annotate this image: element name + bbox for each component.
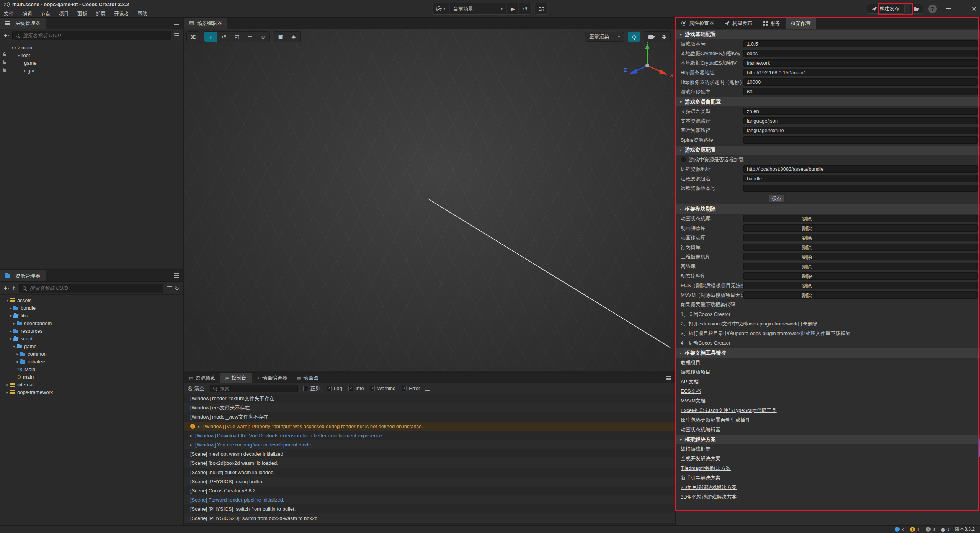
panel-menu-icon[interactable]: [666, 376, 671, 380]
expand-chevron-icon[interactable]: ▸: [198, 424, 200, 428]
property-input[interactable]: [743, 127, 978, 134]
tree-chevron-icon[interactable]: [16, 53, 21, 57]
remove-module-button[interactable]: 剔除: [802, 263, 812, 270]
error-count[interactable]: ×0: [926, 527, 935, 532]
rotate-tool-button[interactable]: ↺: [217, 32, 230, 42]
clear-console-button[interactable]: 清空: [188, 385, 204, 392]
collapse-logs-icon[interactable]: [425, 387, 430, 391]
log-filter[interactable]: Log: [327, 385, 342, 392]
asset-node-row[interactable]: libs: [0, 312, 183, 319]
remove-module-button[interactable]: 剔除: [802, 273, 812, 280]
remove-module-button[interactable]: 剔除: [802, 234, 812, 242]
close-button[interactable]: ✕: [972, 6, 977, 12]
property-input[interactable]: [743, 78, 978, 86]
property-input[interactable]: [743, 59, 978, 67]
doc-link[interactable]: 游戏模板项目: [681, 369, 710, 376]
inspector-tab[interactable]: 框架配置: [786, 18, 816, 29]
doc-link[interactable]: 原生包热更新配置自动生成插件: [681, 417, 750, 423]
inspector-tab[interactable]: 构建发布: [719, 18, 758, 29]
remove-module-button[interactable]: 剔除: [802, 215, 812, 222]
asset-node-row[interactable]: internal: [0, 381, 183, 388]
menu-item[interactable]: 开发者: [114, 10, 129, 17]
scene-camera-button[interactable]: [644, 32, 657, 42]
log-filter[interactable]: 正则: [303, 385, 320, 392]
section-header-docs[interactable]: ▾框架文档工具链接: [676, 348, 980, 358]
hierarchy-tab[interactable]: 层级管理器: [0, 18, 46, 29]
menu-item[interactable]: 帮助: [137, 10, 147, 17]
log-row[interactable]: ! ▸ [Window] [Vue warn]: Property "onInp…: [184, 422, 675, 431]
console-tab[interactable]: ▦ 动画图: [292, 373, 323, 383]
panel-menu-icon[interactable]: [174, 21, 179, 25]
orientation-gizmo[interactable]: Y X Z: [619, 39, 675, 92]
coordinate-toggle-button[interactable]: ◈: [287, 32, 300, 42]
property-input[interactable]: [743, 69, 978, 76]
checkbox[interactable]: [327, 386, 332, 391]
create-node-button[interactable]: +▾: [4, 32, 9, 39]
property-input[interactable]: [743, 136, 978, 144]
expand-chevron-icon[interactable]: ▸: [190, 433, 192, 438]
checkbox[interactable]: [402, 386, 407, 391]
log-row[interactable]: ! ▸ [Window] render_texture文件夹不存在: [184, 394, 675, 403]
scene-select-dropdown[interactable]: 当前场景▾: [449, 3, 506, 14]
remove-module-button[interactable]: 剔除: [802, 253, 812, 261]
tree-chevron-icon[interactable]: [11, 321, 17, 325]
render-mode-dropdown[interactable]: 正常渲染▾: [585, 32, 624, 42]
log-row[interactable]: ! ▸ [Scene] Cocos Creator v3.8.2: [184, 486, 675, 495]
menu-item[interactable]: 节点: [41, 10, 51, 17]
checkbox[interactable]: [348, 386, 353, 391]
scrollbar-thumb[interactable]: [978, 439, 980, 457]
open-project-folder-button[interactable]: [910, 4, 923, 14]
tree-chevron-icon[interactable]: [11, 344, 17, 348]
notification-count[interactable]: 0: [941, 527, 949, 532]
hierarchy-node-row[interactable]: gui: [0, 67, 183, 74]
section-header-basic[interactable]: ▾游戏基础配置: [676, 30, 980, 39]
section-header-language[interactable]: ▾游戏多语言配置: [676, 97, 980, 106]
log-row[interactable]: ! ▸ [Scene] [PHYSICS]: switch from built…: [184, 504, 675, 513]
warning-count[interactable]: !1: [910, 527, 920, 532]
remove-module-button[interactable]: 剔除: [802, 244, 812, 251]
log-row[interactable]: ! ▸ [Scene] Forward render pipeline init…: [184, 495, 675, 504]
sort-assets-icon[interactable]: ⇅: [12, 286, 16, 291]
play-button[interactable]: ▶: [506, 3, 519, 14]
tree-chevron-icon[interactable]: [5, 383, 10, 387]
asset-node-row[interactable]: resources: [0, 327, 183, 335]
view-3d-toggle[interactable]: 3D: [187, 32, 200, 42]
hierarchy-node-row[interactable]: game: [0, 59, 183, 67]
log-row[interactable]: ! ▸ [Window] You are running Vue in deve…: [184, 440, 675, 449]
menu-item[interactable]: 扩展: [96, 10, 106, 17]
asset-node-row[interactable]: assets: [0, 296, 183, 304]
checkbox[interactable]: [370, 386, 375, 391]
console-tab[interactable]: ▣ 控制台: [220, 373, 251, 383]
remote-load-checkbox[interactable]: [681, 157, 686, 162]
log-row[interactable]: ! ▸ [Scene] [PHYSICS2D]: switch from box…: [184, 513, 675, 523]
lighting-toggle-button[interactable]: [628, 32, 640, 42]
remove-module-button[interactable]: 剔除: [802, 225, 812, 232]
qr-preview-button[interactable]: [535, 3, 548, 14]
transform-tool-button[interactable]: ∪: [256, 32, 270, 42]
info-count[interactable]: i3: [895, 527, 904, 532]
panel-menu-icon[interactable]: [174, 273, 179, 278]
solution-link[interactable]: Tiledmap地图解决方案: [681, 465, 731, 472]
inspector-tab[interactable]: 属性检查器: [676, 18, 719, 29]
hierarchy-node-row[interactable]: root: [0, 51, 183, 59]
log-row[interactable]: ! ▸ [Scene] [box2d]:box2d wasm lib loade…: [184, 458, 675, 468]
section-header-resource[interactable]: ▾游戏资源配置: [676, 146, 980, 155]
filter-icon[interactable]: [167, 286, 172, 290]
tree-chevron-icon[interactable]: [5, 390, 10, 394]
menu-item[interactable]: 编辑: [22, 10, 32, 17]
doc-link[interactable]: 教程项目: [681, 359, 701, 366]
tree-chevron-icon[interactable]: [10, 46, 15, 50]
hierarchy-node-row[interactable]: main: [0, 44, 183, 51]
asset-node-row[interactable]: oops-framework: [0, 388, 183, 396]
log-row[interactable]: ! ▸ [Window] Download the Vue Devtools e…: [184, 431, 675, 440]
tree-chevron-icon[interactable]: [8, 329, 13, 333]
remove-module-button[interactable]: 剔除: [802, 282, 812, 289]
property-input[interactable]: [743, 88, 978, 95]
solution-link[interactable]: 新手引导解决方案: [681, 474, 720, 481]
tree-chevron-icon[interactable]: [8, 337, 13, 341]
section-header-solutions[interactable]: ▾框架解决方案: [676, 435, 980, 444]
property-input[interactable]: [743, 108, 978, 115]
remove-module-button[interactable]: 剔除: [802, 292, 812, 299]
property-input[interactable]: [743, 117, 978, 124]
move-tool-button[interactable]: [204, 32, 217, 42]
